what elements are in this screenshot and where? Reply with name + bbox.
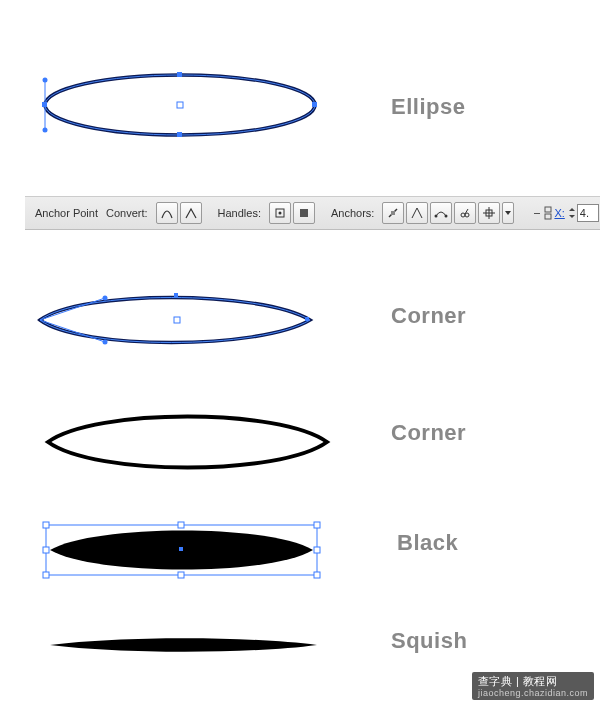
black-shape bbox=[0, 510, 600, 590]
svg-rect-12 bbox=[300, 209, 308, 217]
anchor-point-label: Anchor Point bbox=[35, 207, 98, 219]
anchors-label: Anchors: bbox=[331, 207, 374, 219]
x-field-input[interactable]: 4. bbox=[577, 204, 599, 222]
anchors-add-button[interactable] bbox=[406, 202, 428, 224]
watermark: 查字典 | 教程网 jiaocheng.chazidian.com bbox=[472, 672, 594, 700]
svg-rect-21 bbox=[545, 207, 551, 212]
divider-icon bbox=[534, 213, 540, 214]
svg-rect-4 bbox=[312, 102, 317, 107]
corner1-shape bbox=[0, 270, 600, 390]
svg-point-28 bbox=[103, 296, 108, 301]
handles-show-button[interactable] bbox=[269, 202, 291, 224]
x-field-label: X: bbox=[554, 207, 564, 219]
svg-rect-32 bbox=[178, 522, 184, 528]
corner2-shape bbox=[0, 400, 600, 490]
svg-rect-39 bbox=[179, 547, 183, 551]
label-squish: Squish bbox=[391, 628, 467, 654]
link-icon bbox=[544, 206, 552, 220]
label-corner2: Corner bbox=[391, 420, 466, 446]
svg-rect-24 bbox=[174, 293, 178, 297]
svg-rect-33 bbox=[314, 522, 320, 528]
convert-smooth-button[interactable] bbox=[156, 202, 178, 224]
svg-rect-31 bbox=[43, 522, 49, 528]
svg-point-29 bbox=[103, 340, 108, 345]
svg-rect-38 bbox=[314, 572, 320, 578]
anchors-align-button[interactable] bbox=[478, 202, 500, 224]
svg-point-11 bbox=[278, 212, 281, 215]
anchor-point-control-bar: Anchor Point Convert: Handles: Anchors: bbox=[25, 196, 600, 230]
squish-shape bbox=[0, 630, 600, 670]
anchors-connect-button[interactable] bbox=[430, 202, 452, 224]
svg-rect-22 bbox=[545, 214, 551, 219]
svg-rect-13 bbox=[391, 211, 395, 215]
watermark-main: 查字典 | 教程网 bbox=[478, 675, 557, 687]
svg-point-9 bbox=[43, 128, 48, 133]
convert-label: Convert: bbox=[106, 207, 148, 219]
watermark-sub: jiaocheng.chazidian.com bbox=[478, 688, 588, 698]
svg-rect-36 bbox=[43, 572, 49, 578]
svg-rect-37 bbox=[178, 572, 184, 578]
svg-rect-23 bbox=[174, 317, 180, 323]
stepper-icon[interactable] bbox=[567, 206, 577, 220]
svg-point-15 bbox=[445, 215, 448, 218]
svg-rect-34 bbox=[43, 547, 49, 553]
label-black: Black bbox=[397, 530, 458, 556]
handles-hide-button[interactable] bbox=[293, 202, 315, 224]
svg-rect-25 bbox=[305, 317, 309, 321]
svg-point-16 bbox=[461, 213, 465, 217]
svg-rect-35 bbox=[314, 547, 320, 553]
svg-point-14 bbox=[435, 215, 438, 218]
anchors-cut-button[interactable] bbox=[454, 202, 476, 224]
anchors-remove-button[interactable] bbox=[382, 202, 404, 224]
convert-corner-button[interactable] bbox=[180, 202, 202, 224]
svg-point-8 bbox=[43, 78, 48, 83]
ellipse-shape bbox=[0, 0, 600, 200]
svg-rect-6 bbox=[177, 132, 182, 137]
svg-rect-2 bbox=[177, 102, 183, 108]
anchors-menu-button[interactable] bbox=[502, 202, 514, 224]
svg-rect-5 bbox=[177, 72, 182, 77]
handles-label: Handles: bbox=[218, 207, 261, 219]
label-ellipse: Ellipse bbox=[391, 94, 465, 120]
label-corner1: Corner bbox=[391, 303, 466, 329]
